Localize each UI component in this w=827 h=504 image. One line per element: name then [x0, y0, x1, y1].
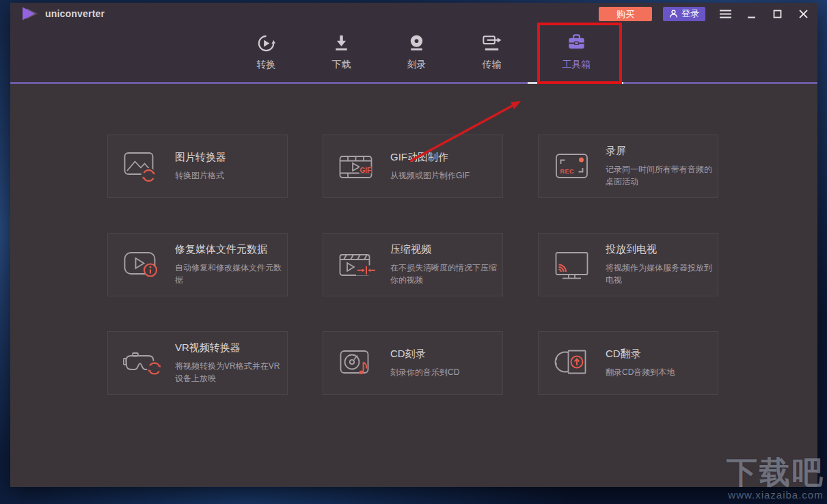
screen-record-icon: REC	[554, 150, 595, 183]
close-icon[interactable]	[797, 8, 809, 20]
login-label: 登录	[681, 8, 699, 20]
card-screen-recorder[interactable]: REC 录屏 记录同一时间所有带有音频的桌面活动	[538, 135, 718, 198]
download-icon	[331, 32, 352, 54]
fix-metadata-icon	[123, 249, 164, 281]
tab-label: 转换	[257, 59, 276, 71]
card-compress-video[interactable]: 压缩视频 在不损失清晰度的情况下压缩你的视频	[323, 233, 503, 296]
buy-button[interactable]: 购买	[599, 7, 652, 21]
card-subtitle: 自动修复和修改媒体文件元数据	[175, 262, 287, 286]
logo-play-icon	[20, 6, 39, 21]
card-cast-to-tv[interactable]: 投放到电视 将视频作为媒体服务器投放到电视	[538, 233, 718, 296]
annotation-arrow	[390, 92, 533, 171]
image-converter-icon	[123, 150, 164, 183]
card-subtitle: 将视频转换为VR格式并在VR设备上放映	[175, 361, 287, 384]
tab-download[interactable]: 下载	[321, 25, 362, 82]
card-subtitle: 在不损失清晰度的情况下压缩你的视频	[390, 262, 502, 286]
card-title: 压缩视频	[390, 243, 502, 256]
card-image-converter[interactable]: 图片转换器 转换图片格式	[107, 135, 288, 198]
card-subtitle: 转换图片格式	[175, 170, 287, 182]
card-title: 图片转换器	[175, 151, 287, 164]
rec-icon-label: REC	[560, 167, 575, 174]
tab-transfer[interactable]: 传输	[472, 25, 513, 82]
burn-icon	[406, 32, 427, 54]
app-title: uniconverter	[45, 8, 105, 19]
card-subtitle: 记录同一时间所有带有音频的桌面活动	[606, 164, 718, 188]
vr-converter-icon	[123, 347, 164, 380]
tab-label: 传输	[483, 59, 502, 71]
cd-burn-icon	[338, 347, 379, 380]
maximize-icon[interactable]	[771, 8, 783, 20]
card-subtitle: 将视频作为媒体服务器投放到电视	[606, 262, 718, 286]
annotation-highlight-box	[537, 23, 622, 84]
card-subtitle: 从视频或图片制作GIF	[390, 170, 502, 182]
titlebar: uniconverter 购买 登录	[10, 3, 817, 25]
card-title: CD刻录	[390, 348, 502, 361]
menu-icon[interactable]	[719, 8, 731, 20]
titlebar-actions: 购买 登录	[599, 7, 809, 21]
tab-label: 刻录	[407, 59, 426, 71]
card-title: 修复媒体文件元数据	[175, 243, 287, 256]
compress-video-icon	[338, 249, 379, 281]
convert-icon	[256, 32, 277, 54]
card-subtitle: 翻录CD音频到本地	[606, 367, 718, 378]
card-cd-burn[interactable]: CD刻录 刻录你的音乐到CD	[323, 331, 503, 395]
card-fix-metadata[interactable]: 修复媒体文件元数据 自动修复和修改媒体文件元数据	[107, 233, 288, 296]
watermark-url: www.xiazaiba.com	[727, 490, 825, 500]
card-subtitle: 刻录你的音乐到CD	[390, 367, 502, 378]
tool-grid: 图片转换器 转换图片格式	[107, 135, 718, 395]
app-window: uniconverter 购买 登录	[10, 3, 817, 487]
transfer-icon	[481, 32, 502, 54]
tab-burn[interactable]: 刻录	[396, 25, 437, 82]
gif-maker-icon: GIF	[338, 150, 379, 183]
app-logo: uniconverter	[20, 6, 105, 21]
card-title: CD翻录	[606, 348, 718, 361]
main-nav: 转换 下载 刻录	[10, 25, 817, 82]
card-cd-rip[interactable]: CD翻录 翻录CD音频到本地	[538, 331, 718, 395]
card-vr-converter[interactable]: VR视频转换器 将视频转换为VR格式并在VR设备上放映	[107, 331, 288, 395]
card-title: 投放到电视	[606, 243, 718, 256]
tab-label: 下载	[332, 59, 351, 71]
minimize-icon[interactable]	[745, 8, 757, 20]
cd-rip-icon	[554, 347, 595, 380]
user-icon	[669, 9, 678, 18]
card-title: VR视频转换器	[175, 341, 287, 354]
card-title: 录屏	[606, 145, 718, 158]
tab-convert[interactable]: 转换	[246, 25, 287, 82]
login-button[interactable]: 登录	[663, 7, 705, 21]
gif-icon-label: GIF	[360, 167, 372, 174]
cast-tv-icon	[554, 249, 595, 281]
